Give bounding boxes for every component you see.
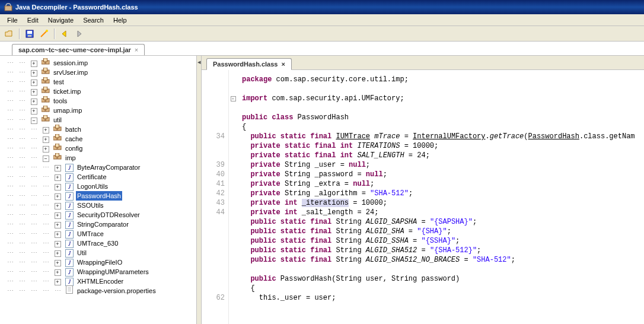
- tree-item[interactable]: ⋯⋯⋯⋯⋯package-version.properties: [5, 286, 201, 296]
- tree-item[interactable]: ⋯⋯⋯⋯+JCertificate: [5, 172, 201, 182]
- tree-expander[interactable]: +: [31, 70, 37, 77]
- tree-item[interactable]: ⋯⋯+umap.imp: [5, 106, 201, 115]
- menu-help[interactable]: Help: [109, 15, 132, 26]
- window-titlebar: Java Decompiler - PasswordHash.class: [0, 0, 644, 14]
- tree-expander[interactable]: +: [55, 222, 61, 228]
- menu-navigate[interactable]: Navigate: [43, 15, 78, 26]
- tree-item[interactable]: ⋯⋯⋯−imp: [5, 153, 201, 163]
- tree-expander[interactable]: +: [55, 241, 61, 247]
- tree-expander[interactable]: +: [55, 279, 61, 285]
- tree-expander[interactable]: +: [31, 99, 37, 105]
- tree-expander[interactable]: −: [43, 155, 49, 162]
- tree-expander[interactable]: +: [55, 269, 61, 276]
- tree-item[interactable]: ⋯⋯⋯⋯+JPasswordHash: [5, 191, 201, 201]
- tree-item[interactable]: ⋯⋯⋯⋯+JWrappingFileIO: [5, 258, 201, 267]
- tree-item[interactable]: ⋯⋯+session.imp: [5, 58, 201, 68]
- svg-rect-17: [44, 87, 47, 90]
- close-icon[interactable]: ×: [281, 61, 285, 68]
- menubar: File Edit Navigate Search Help: [0, 14, 644, 26]
- toolbar-separator: [54, 28, 55, 39]
- java-file-icon: J: [65, 221, 74, 229]
- tree-expander[interactable]: +: [55, 193, 61, 200]
- svg-rect-2: [27, 31, 32, 34]
- tree-item[interactable]: ⋯⋯⋯⋯+JSecurityDTDResolver: [5, 210, 201, 220]
- java-file-icon: J: [65, 192, 74, 201]
- svg-rect-20: [44, 96, 47, 100]
- tree-expander[interactable]: +: [55, 212, 61, 219]
- tree-item[interactable]: ⋯⋯−util: [5, 115, 201, 125]
- toolbar: [0, 26, 644, 42]
- tree-item[interactable]: ⋯⋯⋯⋯+JLogonUtils: [5, 182, 201, 191]
- tree-item[interactable]: ⋯⋯⋯+cache: [5, 134, 201, 144]
- menu-edit[interactable]: Edit: [23, 15, 43, 26]
- tree-expander[interactable]: +: [55, 231, 61, 238]
- editor-tab[interactable]: PasswordHash.class ×: [206, 58, 292, 70]
- forward-button[interactable]: [72, 27, 85, 40]
- tree-expander[interactable]: +: [31, 89, 37, 96]
- jar-tab[interactable]: sap.com~tc~sec~ume~core~impl.jar ×: [12, 44, 145, 55]
- java-file-icon: J: [65, 183, 74, 191]
- fold-column: +: [229, 70, 237, 324]
- tree-item[interactable]: ⋯⋯+ticket.imp: [5, 87, 201, 96]
- tree-item[interactable]: ⋯⋯⋯⋯+JUMTrace: [5, 229, 201, 239]
- line-gutter: 3439404142434462: [202, 70, 229, 324]
- svg-rect-0: [5, 6, 12, 11]
- menu-file[interactable]: File: [2, 15, 23, 26]
- tree-expander[interactable]: +: [31, 80, 37, 86]
- svg-rect-14: [44, 77, 47, 81]
- toolbar-separator: [19, 28, 20, 39]
- tree-item[interactable]: ⋯⋯⋯⋯+JSSOUtils: [5, 201, 201, 210]
- tree-expander[interactable]: +: [43, 127, 49, 134]
- tree-expander[interactable]: +: [55, 260, 61, 266]
- tree-expander[interactable]: +: [55, 250, 61, 257]
- source-viewer[interactable]: 3439404142434462 + package com.sap.secur…: [202, 70, 644, 324]
- tree-expander[interactable]: +: [43, 136, 49, 143]
- java-file-icon: J: [65, 268, 74, 277]
- svg-rect-3: [28, 35, 31, 37]
- editor-tab-row: PasswordHash.class ×: [202, 56, 644, 70]
- svg-rect-38: [56, 153, 59, 157]
- tree-expander[interactable]: +: [55, 203, 61, 209]
- save-button[interactable]: [23, 27, 36, 40]
- svg-rect-26: [44, 115, 47, 119]
- tree-item[interactable]: ⋯⋯⋯⋯+JByteArrayComparator: [5, 163, 201, 172]
- wand-button[interactable]: [37, 27, 50, 40]
- tree-expander[interactable]: +: [55, 174, 61, 181]
- menu-search[interactable]: Search: [78, 15, 109, 26]
- tree-item[interactable]: ⋯⋯⋯⋯+JUtil: [5, 248, 201, 258]
- jar-tab-label: sap.com~tc~sec~ume~core~impl.jar: [18, 46, 131, 53]
- collapse-handle[interactable]: ◂: [196, 56, 201, 324]
- jar-tab-row: sap.com~tc~sec~ume~core~impl.jar ×: [0, 42, 644, 56]
- tree-item[interactable]: ⋯⋯+test: [5, 77, 201, 87]
- tree-item[interactable]: ⋯⋯⋯⋯+JXHTMLEncoder: [5, 277, 201, 286]
- back-button[interactable]: [58, 27, 71, 40]
- tree-item[interactable]: ⋯⋯⋯⋯+JUMTrace_630: [5, 239, 201, 248]
- app-icon: [4, 2, 13, 12]
- svg-point-5: [46, 30, 48, 32]
- java-file-icon: J: [65, 240, 74, 248]
- tree-item[interactable]: ⋯⋯⋯⋯+JStringComparator: [5, 220, 201, 229]
- tree-item[interactable]: ⋯⋯+tools: [5, 96, 201, 106]
- window-title: Java Decompiler - PasswordHash.class: [15, 4, 138, 11]
- svg-rect-11: [44, 68, 47, 71]
- java-file-icon: J: [65, 173, 74, 182]
- code-text: package com.sap.security.core.util.imp; …: [237, 70, 644, 324]
- fold-toggle[interactable]: +: [231, 96, 236, 101]
- tree-expander[interactable]: +: [55, 165, 61, 171]
- tree-expander[interactable]: +: [43, 146, 49, 153]
- package-explorer: ⋯⋯+session.imp⋯⋯+srvUser.imp⋯⋯+test⋯⋯+ti…: [0, 56, 202, 324]
- tree-expander[interactable]: +: [31, 108, 37, 115]
- tree-expander[interactable]: −: [31, 117, 37, 124]
- java-file-icon: J: [65, 164, 74, 172]
- open-button[interactable]: [2, 27, 15, 40]
- tree-item[interactable]: ⋯⋯⋯+batch: [5, 125, 201, 134]
- java-file-icon: J: [65, 249, 74, 258]
- file-icon: [66, 285, 73, 294]
- close-icon[interactable]: ×: [135, 46, 138, 53]
- tree-item[interactable]: ⋯⋯⋯⋯+JWrappingUMParameters: [5, 267, 201, 277]
- tree-item[interactable]: ⋯⋯⋯+config: [5, 144, 201, 153]
- tree-expander[interactable]: +: [55, 184, 61, 190]
- tree-expander[interactable]: +: [31, 61, 37, 67]
- svg-rect-32: [56, 134, 59, 138]
- tree-item[interactable]: ⋯⋯+srvUser.imp: [5, 68, 201, 77]
